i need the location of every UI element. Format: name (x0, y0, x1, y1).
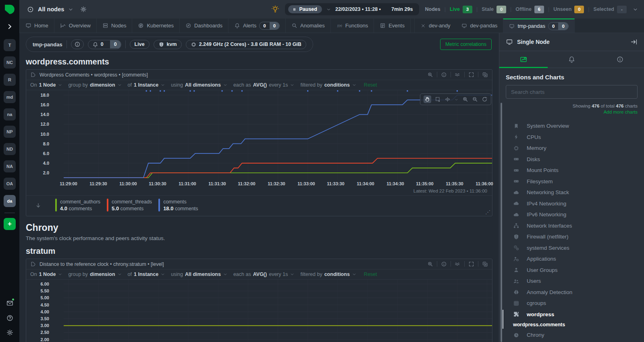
tab-kubernetes[interactable]: Kubernetes (132, 19, 180, 33)
chart-zoomin-button[interactable] (427, 261, 433, 267)
chevron-down-icon[interactable] (68, 6, 74, 12)
workspace-badge-oa[interactable]: OA (4, 178, 16, 190)
toolbar-reset-button[interactable]: Reset (364, 82, 377, 88)
tab-events[interactable]: Events (374, 19, 411, 33)
workspace-badge-da[interactable]: da (4, 195, 16, 207)
help-button[interactable] (6, 314, 14, 321)
workspace-badge-t[interactable]: T (4, 39, 16, 51)
search-charts-input[interactable] (506, 85, 638, 99)
zoom-out-button[interactable] (472, 96, 478, 102)
counter-unseen[interactable]: Unseen0 (553, 6, 584, 13)
section-item-chrony[interactable]: Chrony (506, 330, 638, 341)
toolbar-filtered-by-conditions[interactable]: filtered byconditions (300, 272, 356, 277)
tab-nodes[interactable]: Nodes (97, 19, 133, 33)
chart-info-button[interactable] (441, 72, 447, 78)
scope-selector[interactable]: All nodes (27, 6, 87, 13)
toolbar-using-all-dimensions[interactable]: usingAll dimensions (171, 272, 228, 277)
news-bulb-icon[interactable] (271, 5, 279, 13)
section-item-systemd-services[interactable]: systemd Services (506, 243, 638, 254)
node-tab-dev-pandas[interactable]: dev-pandas (456, 19, 503, 33)
workspace-badge-md[interactable]: md (4, 91, 16, 103)
counter-offline[interactable]: Offline6 (515, 6, 544, 13)
chevron-down-icon[interactable] (326, 7, 331, 12)
toolbar-filtered-by-conditions[interactable]: filtered byconditions (300, 82, 356, 88)
horizontal-zoom-tool-button[interactable] (445, 96, 451, 102)
playback-date[interactable]: 22/02/2023 • 11:28 • (335, 6, 381, 12)
collapse-sidebar-icon[interactable] (630, 38, 638, 46)
section-item-cpus[interactable]: CPUs (506, 132, 638, 143)
section-item-logind[interactable]: Logind (506, 341, 638, 342)
sidebar-tab-info[interactable] (596, 51, 644, 68)
add-more-charts-link[interactable]: Add more charts (506, 110, 638, 114)
select-tool-button[interactable] (435, 96, 441, 102)
workspace-badge-nc[interactable]: NC (4, 56, 16, 68)
counter-selected[interactable]: Selected- (594, 6, 627, 13)
add-workspace-button[interactable]: + (4, 218, 16, 230)
pause-button[interactable]: Paused (288, 5, 322, 13)
toolbar-using-all-dimensions[interactable]: usingAll dimensions (171, 82, 228, 88)
section-item-user-groups[interactable]: User Groups (506, 265, 638, 276)
chart-item-wordpress-comments[interactable]: wordpress.comments (506, 320, 638, 330)
section-item-cgroups[interactable]: cgroups (506, 298, 638, 309)
tab-dashboards[interactable]: Dashboards (180, 19, 229, 33)
war-room-settings-icon[interactable] (80, 6, 87, 13)
sidebar-tab-charts[interactable] (499, 51, 548, 68)
chart-plot[interactable]: 18.016.014.012.010.08.06.04.02.0 (26, 90, 492, 180)
node-tab-dev-andy[interactable]: dev-andy (415, 19, 456, 33)
section-item-applications[interactable]: Applications (506, 253, 638, 265)
chart-resize-handle[interactable]: ⋰ (485, 209, 490, 215)
workspace-badge-r[interactable]: R (4, 74, 16, 86)
section-item-ipv6-networking[interactable]: IPv6 Networking (506, 209, 638, 220)
section-item-mount-points[interactable]: Mount Points (506, 165, 638, 176)
counter-live[interactable]: Live3 (450, 6, 472, 13)
tool-options-button[interactable] (454, 96, 459, 103)
zoom-in-button[interactable] (462, 96, 468, 102)
tab-anomalies[interactable]: Anomalies (286, 19, 331, 33)
workspace-badge-na[interactable]: na (4, 108, 16, 120)
workspace-badge-nd[interactable]: ND (4, 143, 16, 155)
legend-comment-authors[interactable]: comment_authors 4.0 comments (55, 199, 100, 211)
toolbar-of-1-instance[interactable]: of1 Instance (128, 82, 166, 88)
metric-correlations-button[interactable]: Metric correlations (440, 39, 492, 50)
chart-fullscreen-button[interactable] (468, 72, 474, 78)
reset-zoom-button[interactable] (482, 96, 488, 102)
toolbar-group-by-dimension[interactable]: group bydimension (68, 272, 122, 277)
toolbar-each-as-avg[interactable]: each asAVG()every 1s (233, 272, 295, 277)
tab-functions[interactable]: Functions (331, 19, 374, 33)
tab-overview[interactable]: Overview (54, 19, 97, 33)
legend-sort-arrow[interactable] (35, 201, 42, 209)
plot-area[interactable] (64, 280, 492, 342)
chart-fullscreen-button[interactable] (468, 261, 474, 267)
toolbar-on-1-node[interactable]: On1 Node (30, 272, 62, 277)
toolbar-each-as-avg[interactable]: each asAVG()every 1s (233, 82, 295, 88)
section-item-network-interfaces[interactable]: Network Interfaces (506, 220, 638, 232)
toolbar-of-1-instance[interactable]: of1 Instance (128, 272, 166, 277)
tab-alerts[interactable]: Alerts00 (229, 19, 286, 33)
chart-anomalies-button[interactable] (455, 261, 461, 267)
toolbar-on-1-node[interactable]: On1 Node (30, 82, 62, 88)
node-info-button[interactable] (71, 39, 84, 49)
section-item-ipv4-networking[interactable]: IPv4 Networking (506, 198, 638, 209)
expand-rail-button[interactable] (6, 23, 13, 30)
tab-home[interactable]: Home (19, 19, 54, 33)
legend-comments[interactable]: comments 18.0 comments (158, 199, 198, 211)
chart-plot[interactable]: 6.005.505.004.504.003.503.002.502.00 (26, 280, 492, 342)
plot-area[interactable] (64, 90, 492, 180)
section-item-wordpress[interactable]: wordpress (506, 309, 638, 320)
section-item-firewall-netfilter[interactable]: Firewall (netfilter) (506, 231, 638, 243)
legend-comment-threads[interactable]: comment_threads 5.0 comments (107, 199, 152, 211)
sidebar-scrollbar[interactable] (501, 103, 502, 342)
sidebar-tab-alerts[interactable] (548, 51, 596, 68)
section-item-disks[interactable]: Disks (506, 154, 638, 165)
chevron-down-icon[interactable] (632, 6, 638, 12)
counter-stale[interactable]: Stale0 (482, 6, 506, 13)
toolbar-group-by-dimension[interactable]: group bydimension (68, 82, 122, 88)
workspace-badge-na[interactable]: NA (4, 160, 16, 172)
workspace-badge-np[interactable]: NP (4, 126, 16, 138)
chart-info-button[interactable] (441, 261, 447, 267)
chart-add-to-dashboard-button[interactable] (482, 72, 488, 78)
section-item-memory[interactable]: Memory (506, 143, 638, 154)
pan-tool-button[interactable] (424, 95, 431, 103)
section-item-filesystem[interactable]: Filesystem (506, 176, 638, 187)
node-alerts-badge[interactable]: 0 0 (88, 40, 121, 49)
